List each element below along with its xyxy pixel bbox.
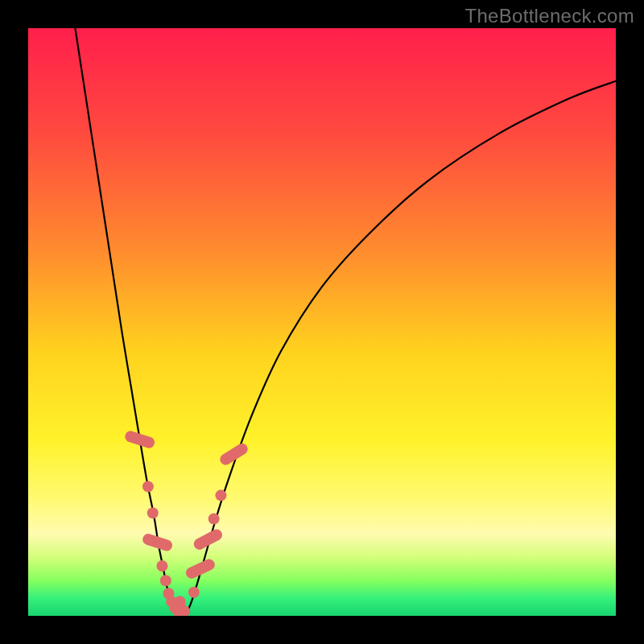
marker-dot	[160, 575, 171, 586]
marker-dot	[156, 560, 167, 572]
marker-dot	[147, 507, 159, 518]
plot-area	[28, 28, 616, 616]
marker-dot	[208, 514, 220, 525]
gradient-background	[28, 28, 616, 616]
marker-dot	[188, 587, 200, 598]
marker-dot	[215, 489, 226, 501]
chart-frame: TheBottleneck.com	[0, 0, 644, 644]
marker-dot	[142, 481, 154, 492]
chart-svg	[28, 28, 616, 616]
watermark-text: TheBottleneck.com	[464, 5, 634, 27]
